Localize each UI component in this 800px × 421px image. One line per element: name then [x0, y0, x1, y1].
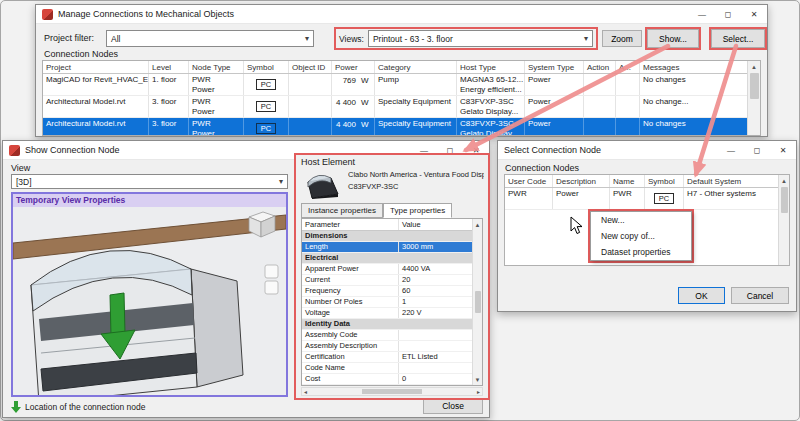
table-header-row: Project Level Node Type Symbol Object ID… — [43, 61, 747, 74]
property-row[interactable]: Cost 0 — [302, 374, 472, 385]
scroll-down-icon[interactable]: ▼ — [473, 374, 482, 385]
column-header-user-code[interactable]: User Code — [505, 175, 553, 187]
cell-description: Power — [553, 188, 610, 209]
column-header-action[interactable]: Action — [584, 61, 616, 73]
cell-node-type: PWR Power — [189, 118, 244, 135]
host-element-title: Host Element — [301, 157, 355, 167]
cancel-button[interactable]: Cancel — [731, 287, 789, 304]
connection-nodes-label: Connection Nodes — [44, 49, 118, 59]
tab-instance-properties[interactable]: Instance properties — [301, 203, 383, 218]
menu-item-dataset-properties[interactable]: Dataset properties — [591, 244, 691, 260]
property-row[interactable]: Number Of Poles 1 — [302, 297, 472, 308]
scroll-right-icon[interactable]: ► — [476, 389, 481, 395]
property-row[interactable]: Certification ETL Listed — [302, 352, 472, 363]
scrollbar-thumb[interactable] — [750, 73, 759, 99]
location-arrow-icon — [11, 401, 21, 413]
property-value: 4400 VA — [399, 264, 472, 274]
column-header-name[interactable]: Name — [610, 175, 645, 187]
column-header-default-system[interactable]: Default System — [684, 175, 778, 187]
main-titlebar[interactable]: Manage Connections to Mechanical Objects… — [36, 5, 767, 24]
vertical-scrollbar[interactable]: ▲ ▼ — [472, 219, 482, 385]
scroll-up-icon[interactable]: ▲ — [473, 219, 482, 230]
symbol-preview: PC — [654, 193, 674, 204]
column-header-description[interactable]: Description — [553, 175, 610, 187]
table-body: Project Level Node Type Symbol Object ID… — [43, 61, 747, 135]
project-filter-dropdown[interactable]: All ▾ — [106, 30, 314, 47]
vertical-scrollbar[interactable]: ▲ — [747, 61, 760, 135]
cell-host-type: MAGNA3 65-12... Energy efficient... — [457, 74, 525, 95]
show-window-title: Show Connection Node — [25, 145, 120, 155]
scroll-left-icon[interactable]: ◄ — [303, 389, 308, 395]
3d-view-canvas[interactable] — [13, 207, 286, 395]
table-row[interactable]: Architectural Model.rvt 3. floor PWR Pow… — [43, 96, 747, 118]
scrollbar-thumb[interactable] — [781, 187, 788, 213]
3d-viewport[interactable]: Temporary View Properties — [11, 192, 288, 397]
property-row[interactable]: Assembly Description — [302, 341, 472, 352]
scroll-up-icon[interactable]: ▲ — [779, 175, 789, 186]
property-row[interactable]: Assembly Code — [302, 330, 472, 341]
column-header-a[interactable]: A... — [616, 61, 640, 73]
type-properties-table: Parameter Value Dimensions Length 3000 m… — [301, 218, 483, 386]
view-dropdown[interactable]: [3D] ▾ — [11, 174, 288, 189]
close-icon[interactable]: ✕ — [770, 141, 796, 159]
property-row[interactable]: Voltage 220 V — [302, 308, 472, 319]
menu-item-new[interactable]: New... — [591, 212, 691, 228]
select-button[interactable]: Select... — [711, 29, 765, 48]
column-header-host-type[interactable]: Host Type — [457, 61, 525, 73]
scroll-up-icon[interactable]: ▲ — [748, 61, 760, 72]
horizontal-scrollbar[interactable]: ◄ ► — [301, 387, 483, 396]
column-header-node-type[interactable]: Node Type — [189, 61, 244, 73]
close-button[interactable]: Close — [423, 398, 483, 414]
column-header-parameter[interactable]: Parameter — [302, 219, 399, 230]
tab-type-properties[interactable]: Type properties — [383, 203, 452, 218]
node-type-line2: Power — [192, 85, 240, 95]
scrollbar-thumb[interactable] — [362, 389, 422, 394]
property-name: Number Of Poles — [302, 297, 399, 307]
column-header-level[interactable]: Level — [149, 61, 189, 73]
maximize-icon[interactable]: ◻ — [744, 141, 770, 159]
column-header-system-type[interactable]: System Type — [525, 61, 584, 73]
column-header-power[interactable]: Power — [332, 61, 375, 73]
cell-category: Specialty Equipment — [375, 118, 457, 135]
table-row[interactable]: PWR Power PWR PC H7 - Other systems — [505, 188, 778, 210]
properties-body: Parameter Value Dimensions Length 3000 m… — [302, 219, 472, 385]
vertical-scrollbar[interactable]: ▲ — [778, 175, 789, 265]
column-header-symbol[interactable]: Symbol — [645, 175, 684, 187]
close-icon[interactable]: ✕ — [741, 5, 767, 23]
host-type-line2: Energy efficient... — [460, 85, 521, 95]
column-header-object-id[interactable]: Object ID — [289, 61, 332, 73]
cell-host-type: C83FVXP-3SC Gelato Display... — [457, 96, 525, 117]
temporary-view-properties-banner[interactable]: Temporary View Properties — [13, 194, 286, 207]
column-header-project[interactable]: Project — [43, 61, 149, 73]
maximize-icon[interactable]: ◻ — [715, 5, 741, 23]
select-titlebar[interactable]: Select Connection Node — ◻ ✕ — [498, 141, 796, 160]
minimize-icon[interactable]: — — [689, 5, 715, 23]
property-row[interactable]: Code Name — [302, 363, 472, 374]
property-row[interactable]: Apparent Power 4400 VA — [302, 264, 472, 275]
property-row[interactable]: Frequency 60 — [302, 286, 472, 297]
property-value — [399, 231, 472, 241]
cell-category: Specialty Equipment — [375, 96, 457, 117]
column-header-messages[interactable]: Messages — [640, 61, 747, 73]
cell-power: 4 400 W — [332, 118, 375, 135]
table-row-selected[interactable]: Architectural Model.rvt 3. floor PWR Pow… — [43, 118, 747, 135]
table-row[interactable]: MagiCAD for Revit_HVAC_E.rvt 1. floor PW… — [43, 74, 747, 96]
property-row[interactable]: Current 20 — [302, 275, 472, 286]
column-header-value[interactable]: Value — [399, 219, 472, 230]
minimize-icon[interactable]: — — [718, 141, 744, 159]
show-button[interactable]: Show... — [647, 29, 699, 48]
menu-item-new-copy-of[interactable]: New copy of... — [591, 228, 691, 244]
ok-button[interactable]: OK — [678, 287, 725, 304]
host-type-line1: C83FVXP-3SC — [460, 97, 521, 107]
views-dropdown[interactable]: Printout - 63 - 3. floor ▾ — [368, 30, 593, 47]
property-value — [399, 330, 472, 340]
property-row-selected[interactable]: Length 3000 mm — [302, 242, 472, 253]
scrollbar-thumb[interactable] — [475, 291, 481, 313]
project-filter-value: All — [111, 34, 120, 44]
property-name: Electrical — [302, 253, 399, 263]
app-icon — [42, 9, 53, 20]
zoom-button[interactable]: Zoom — [602, 30, 642, 47]
column-header-category[interactable]: Category — [375, 61, 457, 73]
column-header-symbol[interactable]: Symbol — [244, 61, 289, 73]
chevron-down-icon: ▾ — [275, 177, 283, 186]
